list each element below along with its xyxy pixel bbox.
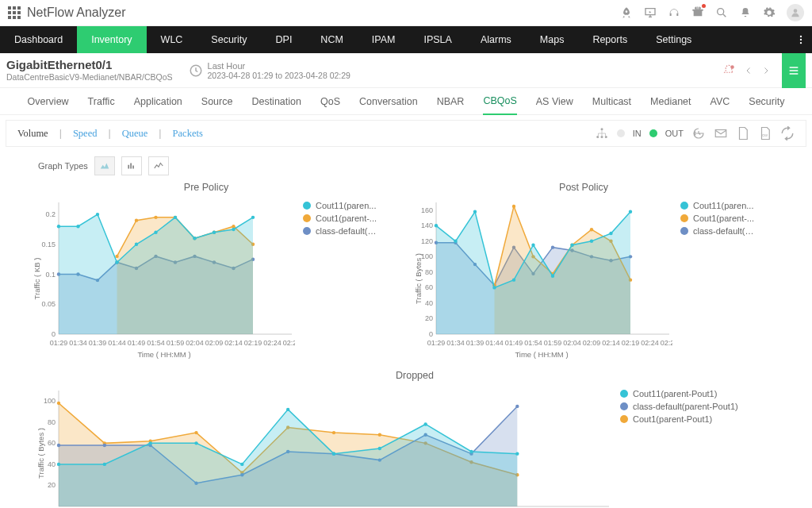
svg-point-2 [800, 39, 802, 40]
nav-item-inventory[interactable]: Inventory [77, 26, 146, 53]
tab-cbqos[interactable]: CBQoS [483, 88, 516, 115]
metric-volume[interactable]: Volume [17, 128, 48, 140]
svg-text:01:29: 01:29 [50, 339, 68, 347]
line-chart-button[interactable] [148, 156, 169, 175]
search-icon[interactable] [715, 6, 728, 19]
svg-point-102 [590, 228, 593, 231]
tab-security[interactable]: Security [749, 88, 784, 115]
tab-destination[interactable]: Destination [251, 88, 301, 115]
legend-item[interactable]: class-default(p... [680, 226, 756, 236]
graph-types-label: Graph Types [38, 161, 88, 171]
bell-icon[interactable] [739, 6, 752, 19]
metric-queue[interactable]: Queue [122, 128, 148, 140]
svg-point-143 [378, 433, 381, 437]
nav-item-wlc[interactable]: WLC [147, 26, 197, 53]
history-icon[interactable] [691, 126, 706, 140]
legend-item[interactable]: Cout11(paren... [680, 201, 756, 210]
in-indicator[interactable] [649, 129, 657, 137]
legend-item[interactable]: Cout11(paren... [303, 201, 379, 210]
apps-grid-icon[interactable] [8, 6, 21, 19]
refresh-icon[interactable] [780, 126, 795, 140]
svg-text:01:59: 01:59 [544, 339, 562, 347]
rocket-icon[interactable] [620, 6, 633, 19]
panel-menu-button[interactable] [782, 53, 806, 88]
svg-point-159 [103, 463, 106, 466]
tab-source[interactable]: Source [201, 88, 233, 115]
legend-item[interactable]: Cout11(parent-Pout1) [620, 389, 738, 398]
hierarchy-icon[interactable] [595, 126, 609, 140]
legend-item[interactable]: Cout1(parent-... [680, 214, 756, 223]
svg-text:140: 140 [421, 221, 433, 229]
nav-item-ncm[interactable]: NCM [306, 26, 357, 53]
svg-text:02:29: 02:29 [661, 339, 672, 347]
prev-icon[interactable] [744, 66, 753, 75]
legend-item[interactable]: Cout1(parent-... [303, 214, 379, 223]
svg-text:01:44: 01:44 [108, 339, 126, 347]
gear-icon[interactable] [763, 6, 776, 19]
tab-multicast[interactable]: Multicast [592, 88, 631, 115]
svg-point-114 [609, 232, 612, 235]
metric-speed[interactable]: Speed [73, 128, 98, 140]
tab-as-view[interactable]: AS View [536, 88, 573, 115]
svg-point-167 [469, 450, 473, 453]
svg-point-51 [57, 225, 60, 228]
svg-text:0.1: 0.1 [45, 271, 56, 279]
svg-text:02:04: 02:04 [563, 339, 581, 347]
tab-conversation[interactable]: Conversation [359, 88, 418, 115]
tab-overview[interactable]: Overview [28, 88, 69, 115]
alert-config-icon[interactable] [722, 64, 736, 78]
nav-item-maps[interactable]: Maps [526, 26, 579, 53]
area-chart-button[interactable] [94, 156, 115, 175]
mail-icon[interactable] [714, 126, 728, 140]
nav-item-settings[interactable]: Settings [642, 26, 706, 53]
legend-item[interactable]: Cout1(parent-Pout1) [620, 414, 738, 424]
metric-packets[interactable]: Packets [173, 128, 203, 140]
nav-item-dashboard[interactable]: Dashboard [0, 26, 77, 53]
sub-nav: OverviewTrafficApplicationSourceDestinat… [0, 88, 812, 115]
svg-point-59 [213, 231, 216, 234]
svg-text:0.15: 0.15 [41, 241, 56, 248]
nav-item-ipam[interactable]: IPAM [358, 26, 410, 53]
bar-chart-button[interactable] [121, 156, 142, 175]
user-avatar[interactable] [787, 4, 804, 21]
svg-point-54 [115, 260, 118, 264]
nav-item-ipsla[interactable]: IPSLA [409, 26, 465, 53]
next-icon[interactable] [761, 66, 771, 75]
nav-item-security[interactable]: Security [197, 26, 261, 53]
svg-point-139 [194, 431, 197, 434]
svg-point-111 [551, 275, 554, 278]
svg-point-112 [570, 244, 573, 247]
tab-avc[interactable]: AVC [710, 88, 730, 115]
chart-title-dropped: Dropped [33, 370, 796, 381]
svg-text:02:29: 02:29 [283, 339, 295, 347]
nav-item-alarms[interactable]: Alarms [466, 26, 526, 53]
time-range-selector[interactable]: Last Hour 2023-04-28 01:29 to 2023-04-28… [189, 61, 350, 80]
monitor-icon[interactable] [644, 6, 657, 19]
svg-point-108 [492, 286, 496, 289]
tab-application[interactable]: Application [134, 88, 182, 115]
svg-point-55 [135, 243, 138, 246]
svg-point-163 [286, 408, 289, 411]
nav-more-icon[interactable] [790, 26, 812, 53]
legend-item[interactable]: class-default(parent-Pout1) [620, 402, 738, 411]
svg-text:01:29: 01:29 [427, 339, 446, 347]
pdf-icon[interactable] [736, 126, 750, 140]
tab-nbar[interactable]: NBAR [437, 88, 465, 115]
nav-item-reports[interactable]: Reports [578, 26, 642, 53]
tab-qos[interactable]: QoS [320, 88, 340, 115]
csv-icon[interactable]: csv [758, 126, 772, 140]
tab-traffic[interactable]: Traffic [88, 88, 115, 115]
nav-item-dpi[interactable]: DPI [262, 26, 307, 53]
svg-text:01:39: 01:39 [466, 339, 485, 347]
svg-point-1 [800, 36, 802, 37]
tab-medianet[interactable]: Medianet [650, 88, 691, 115]
svg-point-56 [154, 231, 157, 234]
svg-text:0.2: 0.2 [45, 210, 56, 218]
legend-item[interactable]: class-default(p... [303, 226, 379, 236]
svg-rect-10 [715, 130, 726, 137]
svg-text:02:19: 02:19 [622, 339, 640, 347]
headset-icon[interactable] [668, 6, 680, 19]
svg-point-0 [718, 9, 724, 15]
app-title: NetFlow Analyzer [27, 6, 126, 20]
toggle-indicator[interactable] [617, 129, 625, 137]
